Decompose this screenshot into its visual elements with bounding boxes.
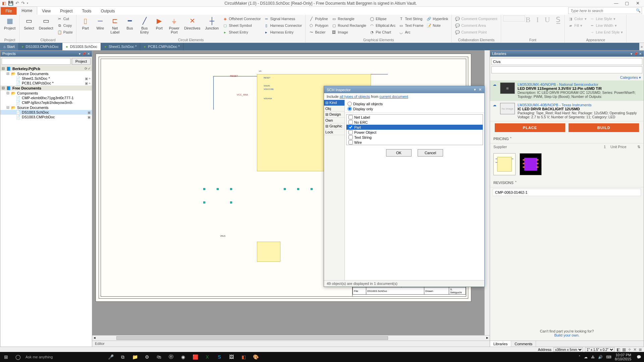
roundrect-button[interactable]: ▢Round Rectangle <box>330 22 368 29</box>
prop-own[interactable]: Own <box>324 118 344 123</box>
horizontal-scrollbar[interactable]: ◂ ▸ <box>92 335 490 341</box>
type-option[interactable]: Net Label <box>346 115 483 120</box>
qat-redo-icon[interactable]: ↷ <box>21 1 25 6</box>
qat-save-icon[interactable]: 💾 <box>8 1 13 6</box>
powerport-button[interactable]: ⏚Power Port <box>167 15 181 35</box>
signalharness-button[interactable]: ═Signal Harness <box>263 15 303 22</box>
schematic-preview[interactable] <box>493 153 516 175</box>
cut-button[interactable]: ✂Cut <box>56 15 74 22</box>
component-reg[interactable] <box>257 242 280 262</box>
port-button[interactable]: ▶Port <box>152 15 166 31</box>
tree-node[interactable]: ⊟📘Berkeley.PrjPcb⟳✓ <box>0 66 92 71</box>
panel-dropdown-icon[interactable]: ▾ <box>631 52 632 56</box>
doctab-1[interactable]: ●DS1003.SchDoc <box>62 43 101 50</box>
doctab-0[interactable]: ●DS1003.CMPcbDoc <box>18 43 62 50</box>
tree-node[interactable]: 📄PCB1.CMPcbDoc *▣+ <box>0 81 92 85</box>
doctab-3[interactable]: ●PCB1.CMPcbDoc * <box>140 43 183 50</box>
cortana-search[interactable]: Ask me anything <box>24 355 105 359</box>
panel-close-icon[interactable]: ✕ <box>87 52 90 56</box>
project-dropdown-button[interactable]: Project <box>72 58 91 65</box>
skype-icon[interactable]: S <box>213 354 225 360</box>
mask-icon[interactable]: ◧ <box>616 347 620 352</box>
vertical-scrollbar[interactable] <box>484 50 490 335</box>
libraries-search-input[interactable] <box>491 58 642 65</box>
footprint-preview[interactable] <box>520 153 542 175</box>
revision-item[interactable]: CMP-0063-01462-1 <box>493 189 641 196</box>
tab-file[interactable]: File <box>1 7 16 15</box>
doctab-2[interactable]: ●Sheet1.SchDoc * <box>101 43 140 50</box>
part-button[interactable]: ▯Part <box>78 15 93 31</box>
build-button[interactable]: BUILD <box>569 123 639 132</box>
junction-button[interactable]: ┼Junction <box>203 15 221 31</box>
directives-button[interactable]: ✕Directives <box>182 15 202 31</box>
part-card-0[interactable]: ☁ ▦ LM3530UMX-40/NOPB - National Semicon… <box>490 80 644 101</box>
harnessconn-button[interactable]: ▯Harness Connector <box>263 22 303 29</box>
select-button[interactable]: ▭Select <box>22 15 36 31</box>
netlabel-vbus[interactable]: VBUS <box>220 235 225 237</box>
bold-italic-underline[interactable]: B I U S̲ <box>526 15 562 24</box>
qat-undo-icon[interactable]: ↶ <box>15 1 19 6</box>
sheetsymbol-button[interactable]: ▢Sheet Symbol <box>221 22 262 29</box>
textstring-button[interactable]: TText String <box>397 15 425 22</box>
taskbar-clock[interactable]: 10:07 PM 8/10/2015 <box>615 353 633 361</box>
radio-display-only[interactable]: Display only <box>347 106 482 111</box>
tray-onedrive-icon[interactable]: ☁ <box>584 355 588 359</box>
panel-close-icon[interactable]: ✕ <box>639 52 642 56</box>
libraries-header[interactable]: Libraries ▾ 📌 ✕ <box>490 51 644 57</box>
sheetentry-button[interactable]: ▸Sheet Entry <box>221 29 262 36</box>
tree-node[interactable]: ⊟📘Free Documents <box>0 85 92 90</box>
copy-button[interactable]: ⧉Copy <box>56 22 74 29</box>
cortana-icon[interactable]: ◯ <box>12 354 24 360</box>
clear-icon[interactable]: ✕ <box>633 347 637 352</box>
inspector-property-list[interactable]: ⊟ Kind Obj ⊟ Design Own ⊟ Graphic Lock <box>324 100 345 280</box>
qat-dropdown-icon[interactable]: ▾ <box>27 2 28 5</box>
ok-button[interactable]: OK <box>386 149 412 157</box>
circuitmaker-icon[interactable]: ◧ <box>237 354 250 360</box>
tree-node[interactable]: 📄DS1003.CMPcbDoc▣ <box>0 115 92 119</box>
excel-icon[interactable]: X <box>201 354 213 360</box>
address-select-1[interactable]: x38mm x 5mm <box>553 347 583 352</box>
categories-link[interactable]: Categories <box>620 75 638 79</box>
tray-volume-icon[interactable]: 🔊 <box>598 355 603 359</box>
prop-kind[interactable]: ⊟ Kind <box>324 100 344 106</box>
layers-icon[interactable]: ≣ <box>639 347 642 352</box>
include-from-link[interactable]: current document <box>379 95 408 99</box>
textframe-button[interactable]: ▭Text Frame <box>397 22 425 29</box>
address-select-2[interactable]: 1" x 1.5" x 0.2" <box>585 347 614 352</box>
include-types-link[interactable]: all types of objects <box>340 95 370 99</box>
sort-icon[interactable]: ⇅ <box>637 145 640 149</box>
netlabel-button[interactable]: ⊏Net Label <box>108 15 122 35</box>
prop-graphic[interactable]: ⊟ Graphic <box>324 123 344 129</box>
type-option[interactable]: Power Object <box>346 130 483 135</box>
tab-comments[interactable]: Comments <box>511 341 536 347</box>
part-card-1[interactable]: ☁ No Image LM3530UMX-40B/NOPB - Texas In… <box>490 101 644 121</box>
tray-keyboard-icon[interactable]: ⌨ <box>606 355 611 359</box>
harnessentry-button[interactable]: ▸Harness Entry <box>263 29 303 36</box>
edge-icon[interactable]: ⓔ <box>165 354 177 360</box>
ellarc-button[interactable]: ◠Elliptical Arc <box>368 22 397 29</box>
prop-design[interactable]: ⊟ Design <box>324 112 344 118</box>
image-button[interactable]: 🖼Image <box>330 29 368 36</box>
ribbon-search[interactable]: 🔍 <box>568 7 642 14</box>
snap-icon[interactable]: ✧ <box>628 347 631 352</box>
inspector-caption[interactable]: SCH Inspector ▾ ✕ <box>324 86 484 93</box>
polyline-button[interactable]: ╱Polyline <box>308 15 330 22</box>
project-button[interactable]: ▦Project <box>2 15 17 31</box>
doctabs-overflow[interactable]: » <box>639 43 644 50</box>
deselect-button[interactable]: ▭Deselect <box>37 15 55 31</box>
arc-button[interactable]: ◡Arc <box>397 29 425 36</box>
app-icon[interactable]: 🟥 <box>189 354 201 360</box>
tree-node[interactable]: 📄DS1003.SchDoc▣ <box>0 110 92 115</box>
inspector-close-icon[interactable]: ✕ <box>479 87 482 92</box>
explorer-icon[interactable]: 📁 <box>129 354 141 360</box>
paint-icon[interactable]: 🎨 <box>250 354 262 360</box>
panel-pin-icon[interactable]: 📌 <box>634 52 638 56</box>
tab-libraries[interactable]: Libraries <box>490 341 511 347</box>
radio-display-all[interactable]: Display all objects <box>347 101 482 106</box>
paste-button[interactable]: 📋Paste <box>56 29 74 36</box>
collapse-icon[interactable]: ˄ <box>510 137 512 141</box>
tab-view[interactable]: View <box>37 7 55 15</box>
sch-inspector-dialog[interactable]: SCH Inspector ▾ ✕ Include all types of o… <box>324 86 485 287</box>
taskmgr-icon[interactable]: ⚙ <box>141 354 153 360</box>
piechart-button[interactable]: ◔Pie Chart <box>368 29 397 36</box>
